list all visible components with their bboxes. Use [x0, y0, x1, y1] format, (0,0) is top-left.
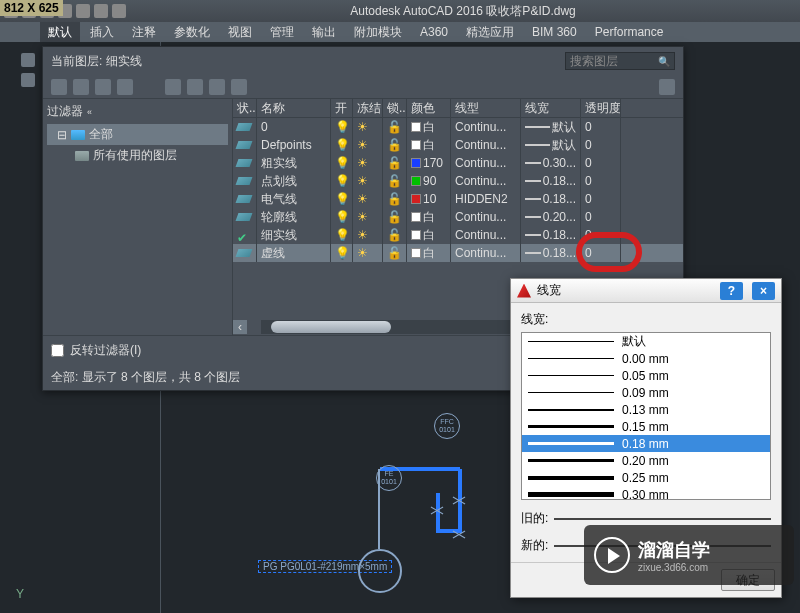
lineweight-option[interactable]: 0.30 mm: [522, 486, 770, 500]
layer-row[interactable]: 0💡☀🔓 白Continu... 默认0: [233, 118, 683, 136]
layer-color-cell[interactable]: 170: [407, 154, 451, 172]
col-name[interactable]: 名称: [257, 99, 331, 117]
layer-row[interactable]: 点划线💡☀🔓 90Continu... 0.18...0: [233, 172, 683, 190]
lock-icon[interactable]: 🔓: [387, 210, 402, 224]
layer-row[interactable]: 粗实线💡☀🔓 170Continu... 0.30...0: [233, 154, 683, 172]
menu-addons[interactable]: 附加模块: [346, 22, 410, 43]
lineweight-option[interactable]: 0.00 mm: [522, 350, 770, 367]
col-color[interactable]: 颜色: [407, 99, 451, 117]
toolbar-button[interactable]: [231, 79, 247, 95]
help-button[interactable]: ?: [720, 282, 743, 300]
layer-row[interactable]: 电气线💡☀🔓 10HIDDEN2 0.18...0: [233, 190, 683, 208]
sun-icon[interactable]: ☀: [357, 138, 368, 152]
sun-icon[interactable]: ☀: [357, 120, 368, 134]
tree-item-used[interactable]: 所有使用的图层: [47, 145, 228, 166]
menu-performance[interactable]: Performance: [587, 23, 672, 41]
lock-icon[interactable]: 🔓: [387, 156, 402, 170]
layer-name-cell[interactable]: 虚线: [257, 244, 331, 262]
layer-color-cell[interactable]: 白: [407, 208, 451, 226]
lightbulb-icon[interactable]: 💡: [335, 138, 350, 152]
layer-transparency-cell[interactable]: 0: [581, 118, 621, 136]
layer-lineweight-cell[interactable]: 默认: [521, 136, 581, 154]
lineweight-option[interactable]: 0.05 mm: [522, 367, 770, 384]
lightbulb-icon[interactable]: 💡: [335, 192, 350, 206]
menu-featured[interactable]: 精选应用: [458, 22, 522, 43]
lineweight-option[interactable]: 0.09 mm: [522, 384, 770, 401]
layer-lineweight-cell[interactable]: 0.20...: [521, 208, 581, 226]
layer-transparency-cell[interactable]: 0: [581, 154, 621, 172]
qat-icon[interactable]: [94, 4, 108, 18]
layer-name-cell[interactable]: 细实线: [257, 226, 331, 244]
lock-icon[interactable]: 🔓: [387, 174, 402, 188]
sun-icon[interactable]: ☀: [357, 228, 368, 242]
layer-lineweight-cell[interactable]: 0.18...: [521, 172, 581, 190]
layer-linetype-cell[interactable]: Continu...: [451, 154, 521, 172]
layer-linetype-cell[interactable]: Continu...: [451, 208, 521, 226]
lock-icon[interactable]: 🔓: [387, 138, 402, 152]
toolbar-button[interactable]: [73, 79, 89, 95]
col-lock[interactable]: 锁..: [383, 99, 407, 117]
layer-linetype-cell[interactable]: Continu...: [451, 226, 521, 244]
lineweight-option[interactable]: 0.13 mm: [522, 401, 770, 418]
lightbulb-icon[interactable]: 💡: [335, 210, 350, 224]
sun-icon[interactable]: ☀: [357, 210, 368, 224]
layer-color-cell[interactable]: 10: [407, 190, 451, 208]
layer-lineweight-cell[interactable]: 0.18...: [521, 244, 581, 262]
collapse-icon[interactable]: «: [87, 107, 92, 117]
dialog-titlebar[interactable]: 线宽 ? ×: [511, 279, 781, 303]
layer-row[interactable]: 轮廓线💡☀🔓 白Continu... 0.20...0: [233, 208, 683, 226]
menu-view[interactable]: 视图: [220, 22, 260, 43]
layer-transparency-cell[interactable]: 0: [581, 190, 621, 208]
col-linetype[interactable]: 线型: [451, 99, 521, 117]
panel-pin-icon[interactable]: [21, 53, 35, 67]
layer-lineweight-cell[interactable]: 0.18...: [521, 190, 581, 208]
layer-lineweight-cell[interactable]: 默认: [521, 118, 581, 136]
layer-name-cell[interactable]: Defpoints: [257, 136, 331, 154]
sun-icon[interactable]: ☀: [357, 246, 368, 260]
lineweight-option[interactable]: 0.18 mm: [522, 435, 770, 452]
lightbulb-icon[interactable]: 💡: [335, 120, 350, 134]
layer-linetype-cell[interactable]: Continu...: [451, 244, 521, 262]
toolbar-button[interactable]: [117, 79, 133, 95]
layer-row[interactable]: Defpoints💡☀🔓 白Continu... 默认0: [233, 136, 683, 154]
lock-icon[interactable]: 🔓: [387, 120, 402, 134]
col-lineweight[interactable]: 线宽: [521, 99, 581, 117]
lock-icon[interactable]: 🔓: [387, 192, 402, 206]
scrollbar-thumb[interactable]: [271, 321, 391, 333]
lineweight-option[interactable]: 0.15 mm: [522, 418, 770, 435]
layer-color-cell[interactable]: 白: [407, 244, 451, 262]
layer-linetype-cell[interactable]: Continu...: [451, 172, 521, 190]
layer-transparency-cell[interactable]: 0: [581, 172, 621, 190]
close-button[interactable]: ×: [752, 282, 775, 300]
layer-name-cell[interactable]: 轮廓线: [257, 208, 331, 226]
layer-linetype-cell[interactable]: Continu...: [451, 136, 521, 154]
search-layer-input[interactable]: 搜索图层: [565, 52, 675, 70]
lightbulb-icon[interactable]: 💡: [335, 228, 350, 242]
col-transparency[interactable]: 透明度: [581, 99, 621, 117]
layer-transparency-cell[interactable]: 0: [581, 136, 621, 154]
layer-linetype-cell[interactable]: Continu...: [451, 118, 521, 136]
lock-icon[interactable]: 🔓: [387, 246, 402, 260]
layer-linetype-cell[interactable]: HIDDEN2: [451, 190, 521, 208]
layer-transparency-cell[interactable]: 0: [581, 208, 621, 226]
toolbar-button[interactable]: [209, 79, 225, 95]
layer-color-cell[interactable]: 90: [407, 172, 451, 190]
lineweight-option[interactable]: 默认: [522, 333, 770, 350]
sun-icon[interactable]: ☀: [357, 174, 368, 188]
menu-insert[interactable]: 插入: [82, 22, 122, 43]
lightbulb-icon[interactable]: 💡: [335, 156, 350, 170]
lock-icon[interactable]: 🔓: [387, 228, 402, 242]
qat-icon[interactable]: [76, 4, 90, 18]
toolbar-button[interactable]: [165, 79, 181, 95]
menu-bim360[interactable]: BIM 360: [524, 23, 585, 41]
layer-color-cell[interactable]: 白: [407, 118, 451, 136]
panel-close-icon[interactable]: [21, 73, 35, 87]
sun-icon[interactable]: ☀: [357, 156, 368, 170]
layer-name-cell[interactable]: 点划线: [257, 172, 331, 190]
menu-a360[interactable]: A360: [412, 23, 456, 41]
col-status[interactable]: 状..: [233, 99, 257, 117]
lineweight-listbox[interactable]: 默认0.00 mm0.05 mm0.09 mm0.13 mm0.15 mm0.1…: [521, 332, 771, 500]
toolbar-button[interactable]: [95, 79, 111, 95]
toolbar-button[interactable]: [51, 79, 67, 95]
layer-name-cell[interactable]: 0: [257, 118, 331, 136]
